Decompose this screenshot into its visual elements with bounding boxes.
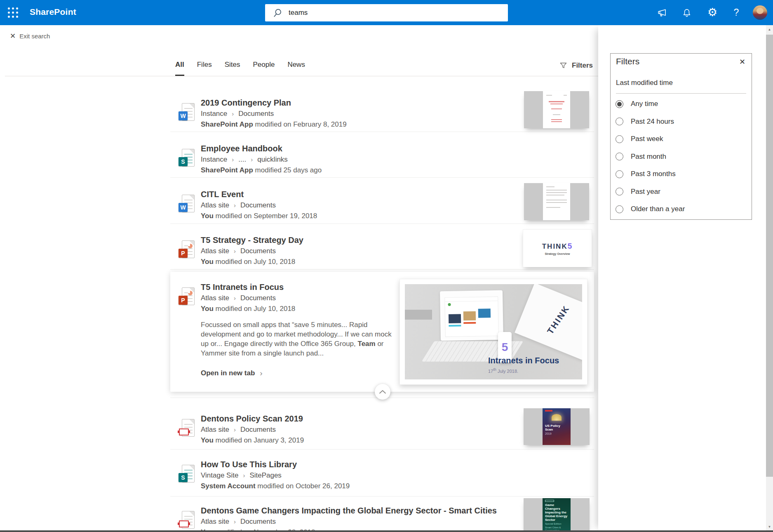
breadcrumb-segment[interactable]: Documents	[238, 109, 274, 119]
breadcrumb-segment[interactable]: Documents	[240, 425, 276, 435]
modified-text: modified on July 10, 2018	[214, 258, 295, 266]
breadcrumb-segment[interactable]: Atlas site	[201, 425, 229, 435]
result-thumbnail[interactable]	[524, 91, 589, 128]
radio-past-3-months[interactable]: Past 3 months	[615, 165, 750, 183]
tab-all[interactable]: All	[175, 61, 184, 76]
exit-search-button[interactable]: ✕ Exit search	[10, 32, 50, 40]
think5-subtitle: Strategy Overview	[545, 252, 570, 255]
radio-icon[interactable]	[616, 135, 623, 143]
breadcrumb-ellipsis[interactable]: ....	[238, 155, 246, 165]
result-row[interactable]: S How To Use This Library Vintage Site ›…	[170, 459, 594, 491]
close-icon[interactable]: ✕	[739, 57, 745, 66]
preview-captions: Intranets in Focus 17th July 2018.	[488, 356, 576, 374]
breadcrumb-segment[interactable]: Atlas site	[201, 517, 229, 527]
word-badge: W	[179, 111, 188, 120]
breadcrumb-segment[interactable]: Documents	[240, 246, 276, 256]
gear-icon[interactable]: ⚙	[703, 0, 722, 25]
help-icon[interactable]: ?	[727, 0, 746, 25]
scroll-up-arrow[interactable]: ▲	[766, 26, 773, 33]
modified-info: You modified on July 10, 2018	[201, 304, 401, 314]
radio-past-week[interactable]: Past week	[615, 130, 750, 148]
radio-icon[interactable]	[616, 118, 623, 125]
result-title[interactable]: Employee Handbook	[201, 143, 594, 154]
chevron-right-icon: ›	[229, 200, 240, 210]
breadcrumb-segment[interactable]: Atlas site	[201, 200, 229, 210]
breadcrumb-segment[interactable]: SitePages	[249, 471, 282, 480]
preview-heading: Intranets in Focus	[488, 356, 576, 365]
filters-button[interactable]: Filters	[559, 61, 593, 70]
radio-icon[interactable]	[616, 153, 623, 160]
scroll-down-arrow[interactable]: ▼	[766, 523, 773, 531]
radio-icon[interactable]	[616, 188, 623, 195]
result-thumbnail[interactable]: THINK5 Strategy Overview	[523, 229, 592, 267]
radio-past-year[interactable]: Past year	[615, 183, 750, 201]
breadcrumb-segment[interactable]: Vintage Site	[201, 471, 238, 480]
radio-label: Past week	[631, 135, 663, 143]
app-launcher-icon[interactable]	[8, 7, 19, 19]
open-in-new-tab-link[interactable]: Open in new tab ›	[201, 369, 263, 378]
bell-icon[interactable]	[677, 0, 696, 25]
chevron-up-icon	[378, 389, 387, 395]
breadcrumb-segment[interactable]: Instance	[201, 109, 227, 119]
user-avatar[interactable]	[753, 5, 767, 20]
collapse-result-button[interactable]	[375, 384, 390, 400]
think5-logo: THINK5	[542, 242, 573, 251]
row-divider	[170, 132, 594, 132]
result-thumbnail[interactable]: US Policy Scan 2019	[524, 408, 590, 445]
radio-label: Past 3 months	[631, 170, 676, 178]
breadcrumb-segment[interactable]: Instance	[201, 155, 227, 165]
breadcrumb-segment[interactable]: Atlas site	[201, 246, 229, 256]
breadcrumb-segment[interactable]: quicklinks	[257, 155, 288, 165]
cover-subtitle: Special Edition	[545, 523, 568, 525]
filters-panel: Filters ✕ Last modified time Any time Pa…	[610, 53, 752, 220]
scrollbar[interactable]: ▲ ▼	[766, 25, 773, 532]
row-divider	[170, 177, 594, 178]
modified-info: SharePoint App modified 25 days ago	[201, 165, 594, 175]
radio-older-than-a-year[interactable]: Older than a year	[615, 200, 750, 218]
radio-icon[interactable]	[616, 170, 623, 178]
scrollbar-thumb[interactable]	[766, 35, 773, 477]
search-input[interactable]	[288, 8, 508, 17]
breadcrumb-segment[interactable]: Documents	[240, 293, 276, 303]
tab-files[interactable]: Files	[197, 61, 212, 76]
radio-icon[interactable]	[616, 205, 623, 213]
result-row[interactable]: S Employee Handbook Instance › .... › qu…	[170, 143, 594, 175]
search-icon	[273, 8, 283, 18]
result-title[interactable]: T5 Intranets in Focus	[201, 282, 401, 292]
breadcrumb-segment[interactable]: Atlas site	[201, 293, 229, 303]
us-policy-scan-cover: US Policy Scan 2019	[543, 408, 571, 445]
radio-past-24-hours[interactable]: Past 24 hours	[615, 113, 750, 131]
modified-info: System Account modified on October 26, 2…	[201, 481, 594, 491]
description-highlight: Team	[358, 340, 376, 348]
cover-title: Game Changers Impacting the Global Energ…	[545, 503, 568, 522]
breadcrumb-segment[interactable]: Documents	[240, 517, 276, 527]
tab-sites[interactable]: Sites	[225, 61, 240, 76]
row-divider	[170, 449, 594, 450]
sharepoint-badge: S	[179, 157, 188, 166]
tab-people[interactable]: People	[253, 61, 275, 76]
breadcrumb-segment[interactable]: Documents	[240, 200, 276, 210]
media-glyph	[179, 520, 189, 527]
powerpoint-badge: P	[179, 296, 188, 305]
row-divider	[170, 269, 594, 270]
megaphone-icon[interactable]	[652, 0, 671, 25]
result-thumbnail[interactable]	[524, 183, 589, 220]
breadcrumb: Instance › .... › quicklinks	[201, 155, 594, 165]
result-large-preview[interactable]: THINK 5 Intranets in Focus 17th July 201…	[399, 279, 587, 385]
radio-label: Older than a year	[631, 205, 685, 213]
document-preview-page	[543, 91, 570, 128]
tab-news[interactable]: News	[287, 61, 305, 76]
filters-pane: Filters ✕ Last modified time Any time Pa…	[598, 25, 766, 532]
tilted-card	[515, 284, 582, 360]
radio-any-time[interactable]: Any time	[615, 95, 750, 113]
filters-panel-title: Filters	[616, 56, 639, 66]
word-badge: W	[179, 203, 188, 212]
radio-selected-icon[interactable]	[616, 100, 623, 108]
result-thumbnail[interactable]: Game Changers Impacting the Global Energ…	[524, 498, 590, 532]
search-box[interactable]	[265, 4, 508, 21]
expanded-result-card[interactable]: P T5 Intranets in Focus Atlas site › Doc…	[170, 272, 594, 392]
chevron-right-icon: ›	[260, 369, 262, 378]
result-title[interactable]: How To Use This Library	[201, 459, 594, 470]
tabbar-divider	[5, 76, 598, 76]
radio-past-month[interactable]: Past month	[615, 148, 750, 166]
